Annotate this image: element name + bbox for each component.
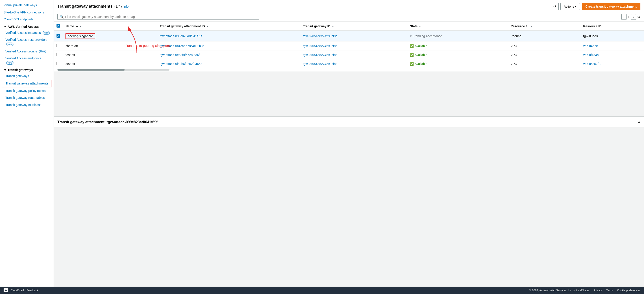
feedback-button[interactable]: Feedback — [26, 289, 38, 292]
select-all-header[interactable] — [54, 22, 63, 31]
actions-label: Actions — [564, 5, 574, 8]
bottom-panel-title: Transit gateway attachment: tgw-attach-0… — [58, 120, 158, 124]
col-header-tgw-id[interactable]: Transit gateway ID ▾ — [300, 22, 407, 31]
table-row: share-atttgw-attach-0b4cae578c4c82b3etgw… — [54, 41, 644, 50]
footer-left: ▶ CloudShell Feedback — [4, 289, 38, 292]
footer-copyright: © 2024, Amazon Web Services, Inc. or its… — [529, 289, 590, 292]
sort-icon-tgw-id: ▾ — [332, 25, 334, 28]
row-2-name: share-att — [63, 41, 157, 50]
row-3-tgw-id[interactable]: tgw-07054d8274298cf8a — [300, 50, 407, 59]
sidebar-item-verified-access-endpoints[interactable]: Verified Access endpoints New — [0, 55, 54, 66]
row-2-tgw-id[interactable]: tgw-07054d8274298cf8a — [300, 41, 407, 50]
row-1-checkbox[interactable] — [56, 34, 60, 38]
sidebar-item-verified-access-trust[interactable]: Verified Access trust providers New — [0, 36, 54, 48]
cloudshell-label[interactable]: CloudShell — [11, 289, 24, 292]
sidebar-item-transit-gateway-route-tables[interactable]: Transit gateway route tables — [0, 94, 54, 101]
row-2-attachment-id[interactable]: tgw-attach-0b4cae578c4c82b3e — [157, 41, 300, 50]
content-spacer — [54, 71, 644, 116]
arrow-icon: ▼ — [4, 68, 7, 72]
page-number: 1 — [628, 15, 630, 18]
row-4-name: dev-att — [63, 59, 157, 68]
row-3-name: test-att — [63, 50, 157, 59]
row-4-resource-id[interactable]: vpc-05c67f... — [580, 59, 644, 68]
footer-privacy[interactable]: Privacy — [594, 289, 602, 292]
refresh-icon: ↺ — [553, 4, 556, 8]
sort-icon-state: ▾ — [419, 25, 420, 28]
create-attachment-button[interactable]: Create transit gateway attachment — [582, 3, 640, 10]
row-1-tgw-id[interactable]: tgw-07054d8274298cf8a — [300, 31, 407, 41]
sort-icon-resource-type: ▾ — [531, 25, 532, 28]
row-3-resource-type: VPC — [508, 50, 580, 59]
settings-icon[interactable]: ⚙ — [637, 15, 640, 19]
section-header-transit-gateways[interactable]: ▼ Transit gateways — [0, 66, 54, 73]
row-1-resource-id[interactable]: tgw-00bc8... — [580, 31, 644, 41]
row-1-attachment-id[interactable]: tgw-attach-099c823adf641f69f — [157, 31, 300, 41]
row-4-checkbox[interactable] — [56, 62, 60, 65]
footer-cookie[interactable]: Cookie preferences — [617, 289, 640, 292]
h-scrollbar-thumb[interactable] — [58, 69, 125, 71]
col-header-resource-id[interactable]: Resource ID — [580, 22, 644, 31]
info-link[interactable]: info — [124, 5, 129, 8]
row-2-checkbox-cell — [54, 41, 63, 50]
arrow-icon: ▼ — [4, 25, 7, 28]
bottom-panel: Transit gateway attachment: tgw-attach-0… — [54, 116, 644, 127]
table-container: Name ✏ ▾ Transit gateway attachment ID ▾… — [54, 22, 644, 68]
pagination-prev-button[interactable]: ‹ — [621, 14, 626, 20]
section-header-verified-access[interactable]: ▼ AWS Verified Access — [0, 23, 54, 29]
row-2-checkbox[interactable] — [56, 44, 60, 47]
row-2-resource-id[interactable]: vpc-04d7e... — [580, 41, 644, 50]
sidebar-item-client-vpn[interactable]: Client VPN endpoints — [0, 16, 54, 23]
footer-right: © 2024, Amazon Web Services, Inc. or its… — [529, 289, 640, 292]
row-4-resource-type: VPC — [508, 59, 580, 68]
refresh-button[interactable]: ↺ — [551, 3, 558, 10]
pagination-next-button[interactable]: › — [631, 14, 636, 20]
sidebar-item-verified-access-instances[interactable]: Verified Access instances New — [0, 29, 54, 36]
chevron-down-icon: ▾ — [575, 5, 576, 8]
available-icon: ✅ — [410, 53, 414, 57]
cloudshell-icon: ▶ — [4, 289, 8, 292]
row-4-attachment-id[interactable]: tgw-attach-0fa9b6f3e62f8465b — [157, 59, 300, 68]
sort-icon-attachment-id: ▾ — [207, 25, 208, 28]
row-1-checkbox-cell — [54, 31, 63, 41]
table-row: peering-singaporetgw-attach-099c823adf64… — [54, 31, 644, 41]
row-3-checkbox[interactable] — [56, 53, 60, 56]
page-title: Transit gateway attachments — [58, 4, 112, 9]
sidebar-item-transit-gateway-multicast[interactable]: Transit gateway multicast — [0, 101, 54, 109]
panel-header: Transit gateway attachments (1/4) info ↺… — [54, 0, 644, 12]
create-label: Create transit gateway attachment — [586, 5, 636, 8]
sort-icon-name: ▾ — [80, 25, 81, 28]
footer-terms[interactable]: Terms — [606, 289, 614, 292]
row-3-resource-id[interactable]: vpc-0f1a4a... — [580, 50, 644, 59]
available-icon: ✅ — [410, 44, 414, 48]
sidebar-item-transit-gateway-attachments[interactable]: Transit gateway attachments — [2, 80, 52, 87]
sidebar-item-site-to-site-vpn[interactable]: Site-to-Site VPN connections — [0, 9, 54, 16]
collapse-icon[interactable]: ∧ — [638, 120, 640, 124]
table-header-row: Name ✏ ▾ Transit gateway attachment ID ▾… — [54, 22, 644, 31]
sidebar-item-transit-gateway-policy-tables[interactable]: Transit gateway policy tables — [0, 87, 54, 95]
table-row: test-atttgw-attach-0ee3f9f56283f36f0tgw-… — [54, 50, 644, 59]
row-3-state: ✅Available — [407, 50, 508, 59]
sidebar-item-verified-access-groups[interactable]: Verified Access groups New — [0, 48, 54, 55]
row-4-checkbox-cell — [54, 59, 63, 68]
col-header-name[interactable]: Name ✏ ▾ — [63, 22, 157, 31]
search-input[interactable] — [65, 15, 257, 18]
main-content: Transit gateway attachments (1/4) info ↺… — [54, 0, 644, 287]
row-2-state: ✅Available — [407, 41, 508, 50]
sidebar: Virtual private gateways Site-to-Site VP… — [0, 0, 54, 287]
h-scrollbar[interactable] — [58, 69, 170, 71]
sidebar-item-transit-gateways[interactable]: Transit gateways — [0, 73, 54, 80]
col-header-attachment-id[interactable]: Transit gateway attachment ID ▾ — [157, 22, 300, 31]
row-3-attachment-id[interactable]: tgw-attach-0ee3f9f56283f36f0 — [157, 50, 300, 59]
sidebar-item-virtual-private-gateways[interactable]: Virtual private gateways — [0, 2, 54, 9]
row-4-tgw-id[interactable]: tgw-07054d8274298cf8a — [300, 59, 407, 68]
select-all-checkbox[interactable] — [56, 24, 60, 27]
actions-button[interactable]: Actions ▾ — [560, 3, 580, 10]
table-row: dev-atttgw-attach-0fa9b6f3e62f8465btgw-0… — [54, 59, 644, 68]
edit-icon: ✏ — [76, 25, 78, 28]
footer: ▶ CloudShell Feedback © 2024, Amazon Web… — [0, 287, 644, 294]
row-1-name-highlighted: peering-singapore — [66, 33, 95, 39]
search-input-wrap: 🔍 — [58, 14, 259, 20]
col-header-resource-type[interactable]: Resource t... ▾ — [508, 22, 580, 31]
table-wrap: Name ✏ ▾ Transit gateway attachment ID ▾… — [54, 22, 644, 68]
col-header-state[interactable]: State ▾ — [407, 22, 508, 31]
